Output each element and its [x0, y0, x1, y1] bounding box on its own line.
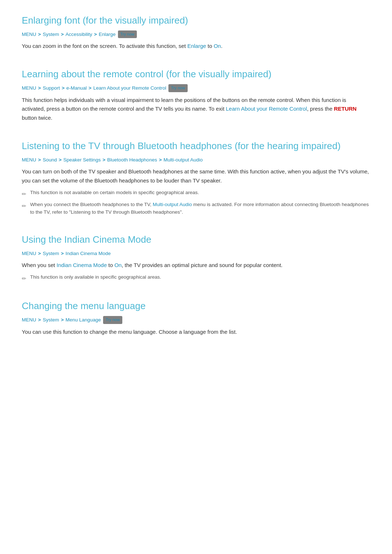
pencil-icon: ✏	[22, 274, 26, 283]
highlight-enlarge: Enlarge	[187, 43, 206, 49]
separator: >	[89, 84, 91, 92]
breadcrumb-emanual[interactable]: e-Manual	[66, 84, 87, 92]
note-item: ✏ This function is not available on cert…	[22, 189, 370, 198]
separator: >	[38, 250, 41, 258]
breadcrumb-system[interactable]: System	[43, 250, 59, 258]
separator: >	[94, 30, 97, 38]
highlight-learn-remote: Learn About your Remote Control	[226, 106, 307, 112]
separator: >	[102, 156, 105, 164]
breadcrumb-enlarge[interactable]: Enlarge	[99, 30, 116, 38]
breadcrumb-menu-language-item[interactable]: Menu Language	[66, 316, 101, 324]
breadcrumb-menu[interactable]: MENU	[22, 84, 36, 92]
separator: >	[61, 30, 64, 38]
note-text-2: When you connect the Bluetooth headphone…	[30, 201, 370, 216]
breadcrumb-sound[interactable]: Sound	[43, 156, 57, 164]
separator: >	[38, 156, 41, 164]
note-text-1: This function is not available on certai…	[30, 189, 199, 197]
highlight-multi-output: Multi-output Audio	[153, 202, 192, 207]
highlight-return: RETURN	[334, 106, 357, 112]
breadcrumb-learn-remote[interactable]: Learn About your Remote Control	[93, 84, 166, 92]
pencil-icon: ✏	[22, 190, 26, 198]
breadcrumb-speaker-settings[interactable]: Speaker Settings	[64, 156, 101, 164]
separator: >	[38, 316, 41, 324]
separator: >	[61, 316, 64, 324]
body-text-enlarging-font: You can zoom in the font on the screen. …	[22, 42, 370, 51]
highlight-indian-cinema: Indian Cinema Mode	[57, 262, 107, 268]
section-title-enlarging-font: Enlarging font (for the visually impaire…	[22, 15, 370, 27]
try-now-badge[interactable]: Try now	[168, 84, 188, 92]
separator: >	[59, 156, 62, 164]
pencil-icon: ✏	[22, 202, 26, 210]
section-enlarging-font: Enlarging font (for the visually impaire…	[22, 15, 370, 51]
breadcrumb-bluetooth: MENU > Sound > Speaker Settings > Blueto…	[22, 156, 370, 164]
breadcrumb-menu[interactable]: MENU	[22, 30, 36, 38]
breadcrumb-bluetooth-headphones[interactable]: Bluetooth Headphones	[107, 156, 157, 164]
section-title-indian-cinema: Using the Indian Cinema Mode	[22, 234, 370, 246]
separator: >	[159, 156, 162, 164]
section-title-learning-remote: Learning about the remote control (for t…	[22, 68, 370, 81]
bluetooth-notes: ✏ This function is not available on cert…	[22, 189, 370, 216]
breadcrumb-enlarging-font: MENU > System > Accessibility > Enlarge …	[22, 30, 370, 38]
separator: >	[61, 250, 64, 258]
separator: >	[62, 84, 65, 92]
breadcrumb-learning-remote: MENU > Support > e-Manual > Learn About …	[22, 84, 370, 92]
breadcrumb-menu[interactable]: MENU	[22, 316, 36, 324]
section-title-menu-language: Changing the menu language	[22, 300, 370, 312]
body-text-bluetooth: You can turn on both of the TV speaker a…	[22, 167, 370, 185]
body-text-learning-remote: This function helps individuals with a v…	[22, 96, 370, 123]
body-text-indian-cinema: When you set Indian Cinema Mode to On, t…	[22, 261, 370, 270]
note-item: ✏ This function is only available in spe…	[22, 274, 370, 283]
breadcrumb-system[interactable]: System	[43, 30, 59, 38]
breadcrumb-menu[interactable]: MENU	[22, 156, 36, 164]
highlight-on: On	[214, 43, 221, 49]
breadcrumb-menu-language: MENU > System > Menu Language Try now	[22, 316, 370, 324]
note-item: ✏ When you connect the Bluetooth headpho…	[22, 201, 370, 216]
try-now-badge[interactable]: Try now	[103, 316, 122, 324]
breadcrumb-system[interactable]: System	[43, 316, 59, 324]
separator: >	[38, 30, 41, 38]
breadcrumb-accessibility[interactable]: Accessibility	[66, 30, 93, 38]
section-title-bluetooth: Listening to the TV through Bluetooth he…	[22, 140, 370, 152]
breadcrumb-menu[interactable]: MENU	[22, 250, 36, 258]
breadcrumb-indian-cinema-mode[interactable]: Indian Cinema Mode	[66, 250, 111, 258]
body-text-menu-language: You can use this function to change the …	[22, 328, 370, 337]
separator: >	[38, 84, 41, 92]
breadcrumb-indian-cinema: MENU > System > Indian Cinema Mode	[22, 250, 370, 258]
note-text-1: This function is only available in speci…	[30, 274, 161, 281]
breadcrumb-support[interactable]: Support	[43, 84, 60, 92]
breadcrumb-multi-output[interactable]: Multi-output Audio	[164, 156, 203, 164]
try-now-badge[interactable]: Try now	[118, 30, 137, 38]
section-indian-cinema: Using the Indian Cinema Mode MENU > Syst…	[22, 234, 370, 283]
section-learning-remote: Learning about the remote control (for t…	[22, 68, 370, 123]
indian-cinema-notes: ✏ This function is only available in spe…	[22, 274, 370, 283]
section-menu-language: Changing the menu language MENU > System…	[22, 300, 370, 336]
highlight-on: On	[114, 262, 122, 268]
section-bluetooth-headphones: Listening to the TV through Bluetooth he…	[22, 140, 370, 216]
